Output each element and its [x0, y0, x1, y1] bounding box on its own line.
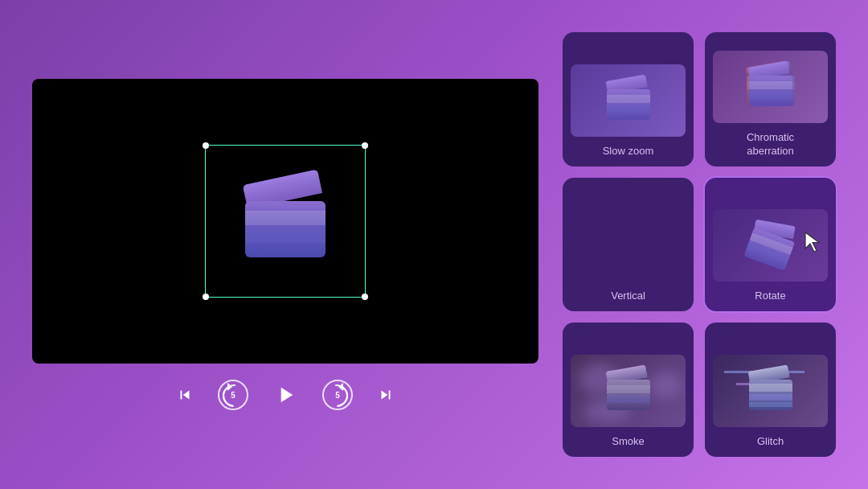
playback-controls: 5 5 [176, 380, 395, 410]
rewind-5s-button[interactable]: 5 [218, 380, 248, 410]
app-container: 5 5 [0, 0, 868, 489]
effect-label-vertical: Vertical [611, 290, 645, 303]
handle-tl[interactable] [203, 142, 209, 149]
clapper-stripe [245, 211, 326, 225]
effect-card-vertical[interactable]: Vertical [563, 178, 694, 312]
skip-to-end-button[interactable] [377, 386, 395, 404]
cursor-arrow-icon [804, 231, 821, 253]
chromatic-layer-main [749, 68, 792, 106]
forward-5s-button[interactable]: 5 [322, 380, 353, 410]
svg-marker-0 [227, 383, 232, 391]
effects-grid: Slow zoom [563, 24, 836, 465]
handle-bl[interactable] [203, 294, 209, 300]
handle-br[interactable] [362, 294, 368, 300]
effect-label-slow-zoom: Slow zoom [603, 145, 654, 158]
mini-stripe2 [607, 105, 650, 113]
rotate-clapper-icon [743, 220, 797, 272]
effect-card-glitch[interactable]: Glitch [705, 323, 836, 457]
effect-card-rotate[interactable]: Rotate [705, 178, 836, 312]
effect-card-chromatic[interactable]: Chromaticaberration [705, 32, 836, 166]
effect-thumb-rotate [713, 209, 828, 281]
glitch-clapper-icon [749, 372, 792, 410]
mini-clapper-slow-zoom [607, 81, 650, 120]
effect-thumb-smoke [571, 355, 686, 427]
effect-card-smoke[interactable]: Smoke [563, 323, 694, 457]
effect-thumb-chromatic [713, 51, 828, 123]
svg-marker-1 [338, 383, 343, 391]
handle-tr[interactable] [362, 142, 368, 149]
smoke-clapper-icon [607, 372, 650, 410]
effect-card-slow-zoom[interactable]: Slow zoom [563, 32, 694, 166]
skip-to-start-button[interactable] [176, 386, 194, 404]
effect-thumb-glitch [713, 355, 828, 427]
effect-label-glitch: Glitch [757, 435, 784, 449]
video-canvas [32, 79, 538, 364]
effect-label-smoke: Smoke [612, 435, 644, 449]
chromatic-icon [749, 68, 792, 106]
effect-thumb-slow-zoom [571, 64, 686, 137]
mini-clapper-body [607, 89, 650, 120]
clapper-stripe2 [245, 230, 326, 243]
clapper-body [245, 201, 326, 257]
clapper-icon [245, 185, 326, 257]
smoke-blob-2 [649, 371, 682, 399]
effect-label-rotate: Rotate [755, 290, 785, 303]
effect-thumb-vertical [571, 209, 686, 281]
effect-label-chromatic: Chromaticaberration [747, 131, 794, 158]
mini-stripe1 [607, 95, 650, 103]
player-section: 5 5 [32, 79, 538, 410]
play-pause-button[interactable] [272, 382, 298, 408]
